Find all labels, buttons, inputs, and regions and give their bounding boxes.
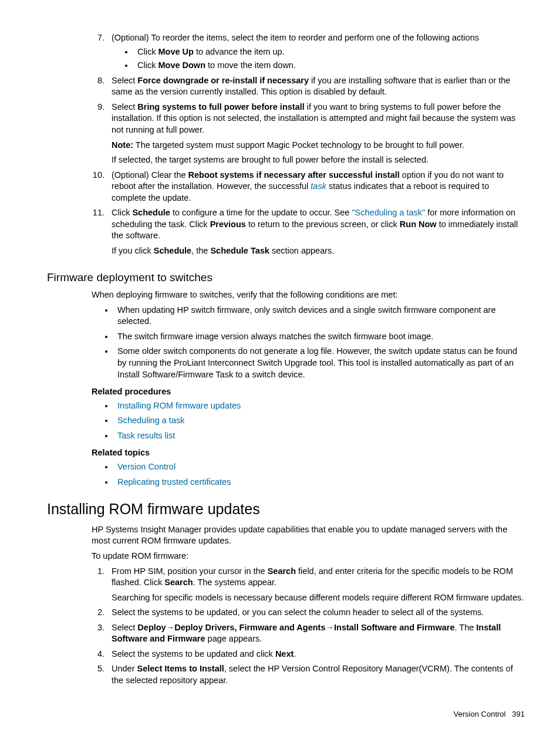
step-text: (Optional) To reorder the items, select … bbox=[112, 33, 479, 42]
step-number: 7. bbox=[87, 32, 104, 44]
list-item: Task results list bbox=[114, 430, 525, 442]
rom-step-3: 3. Select Deploy→Deploy Drivers, Firmwar… bbox=[47, 622, 525, 645]
related-topics-heading: Related topics bbox=[47, 447, 525, 459]
ui-label: Reboot systems if necessary after succes… bbox=[188, 170, 400, 180]
list-item: Version Control bbox=[114, 461, 525, 473]
step-para: Searching for specific models is necessa… bbox=[112, 592, 525, 604]
list-item: Installing ROM firmware updates bbox=[114, 400, 525, 412]
bullet-item: Some older switch components do not gene… bbox=[114, 346, 525, 380]
step-number: 8. bbox=[87, 75, 104, 87]
sub-bullets: Click Move Up to advance the item up. Cl… bbox=[112, 46, 525, 72]
footer-section: Version Control bbox=[454, 710, 506, 718]
ui-label: Search bbox=[164, 578, 193, 587]
heading-firmware-switches: Firmware deployment to switches bbox=[47, 270, 525, 285]
arrow-icon: → bbox=[166, 623, 175, 632]
ui-label: Bring systems to full power before insta… bbox=[137, 102, 304, 112]
step-10: 10. (Optional) Clear the Reboot systems … bbox=[47, 170, 525, 204]
bullet-item: Click Move Up to advance the item up. bbox=[134, 46, 525, 58]
rom-step-1: 1. From HP SIM, position your cursor in … bbox=[47, 566, 525, 604]
step-para: If selected, the target systems are brou… bbox=[112, 154, 525, 166]
menu-path: Deploy Drivers, Firmware and Agents bbox=[174, 623, 325, 632]
related-procedures-heading: Related procedures bbox=[47, 386, 525, 398]
related-procedures-list: Installing ROM firmware updates Scheduli… bbox=[92, 400, 525, 442]
menu-path: Install Software and Firmware bbox=[334, 623, 454, 632]
page-footer: Version Control 391 bbox=[47, 709, 525, 720]
rom-steps: 1. From HP SIM, position your cursor in … bbox=[47, 566, 525, 687]
link-scheduling[interactable]: "Scheduling a task" bbox=[352, 208, 425, 217]
step-7: 7. (Optional) To reorder the items, sele… bbox=[47, 32, 525, 72]
condition-list: When updating HP switch firmware, only s… bbox=[92, 305, 525, 380]
bullet-item: When updating HP switch firmware, only s… bbox=[114, 305, 525, 328]
bullet-item: Click Move Down to move the item down. bbox=[134, 60, 525, 72]
rom-intro: HP Systems Insight Manager provides upda… bbox=[47, 524, 525, 547]
step-para: If you click Schedule, the Schedule Task… bbox=[112, 245, 525, 257]
rom-lead: To update ROM firmware: bbox=[47, 551, 525, 562]
step-number: 4. bbox=[93, 649, 104, 660]
rom-step-5: 5. Under Select Items to Install, select… bbox=[47, 663, 525, 686]
step-11: 11. Click Schedule to configure a time f… bbox=[47, 207, 525, 256]
link-task[interactable]: task bbox=[311, 181, 326, 191]
link-task-results[interactable]: Task results list bbox=[117, 431, 175, 440]
ui-label: Move Down bbox=[158, 60, 205, 70]
step-9: 9. Select Bring systems to full power be… bbox=[47, 102, 525, 166]
step-number: 1. bbox=[93, 566, 104, 578]
ui-label: Select Items to Install bbox=[137, 664, 224, 673]
rom-step-2: 2. Select the systems to be updated, or … bbox=[47, 607, 525, 619]
ui-label: Next bbox=[275, 649, 294, 659]
link-replicating-certs[interactable]: Replicating trusted certificates bbox=[117, 477, 231, 487]
ui-label: Previous bbox=[210, 220, 246, 229]
heading-installing-rom: Installing ROM firmware updates bbox=[47, 499, 525, 519]
rom-step-4: 4. Select the systems to be updated and … bbox=[47, 649, 525, 660]
instruction-list: 7. (Optional) To reorder the items, sele… bbox=[47, 32, 525, 257]
ui-label: Search bbox=[268, 566, 296, 576]
link-version-control[interactable]: Version Control bbox=[117, 462, 176, 471]
page-number: 391 bbox=[512, 710, 525, 718]
list-item: Replicating trusted certificates bbox=[114, 477, 525, 488]
ui-label: Move Up bbox=[158, 47, 193, 56]
ui-label: Force downgrade or re-install if necessa… bbox=[137, 76, 309, 85]
note: Note: The targeted system must support M… bbox=[112, 140, 525, 151]
step-8: 8. Select Force downgrade or re-install … bbox=[47, 75, 525, 98]
ui-label: Run Now bbox=[400, 220, 437, 229]
related-topics-list: Version Control Replicating trusted cert… bbox=[92, 461, 525, 488]
step-number: 2. bbox=[93, 607, 104, 619]
link-installing-rom[interactable]: Installing ROM firmware updates bbox=[117, 401, 241, 410]
step-number: 5. bbox=[93, 663, 104, 675]
step-number: 10. bbox=[87, 170, 104, 181]
list-item: Scheduling a task bbox=[114, 415, 525, 427]
bullet-item: The switch firmware image version always… bbox=[114, 331, 525, 343]
step-number: 9. bbox=[87, 102, 104, 113]
ui-label: Schedule bbox=[132, 208, 170, 217]
arrow-icon: → bbox=[326, 623, 335, 632]
step-number: 3. bbox=[93, 622, 104, 634]
step-number: 11. bbox=[87, 207, 104, 219]
intro-text: When deploying firmware to switches, ver… bbox=[47, 289, 525, 301]
link-scheduling-task[interactable]: Scheduling a task bbox=[117, 416, 184, 425]
menu-path: Deploy bbox=[137, 623, 166, 632]
